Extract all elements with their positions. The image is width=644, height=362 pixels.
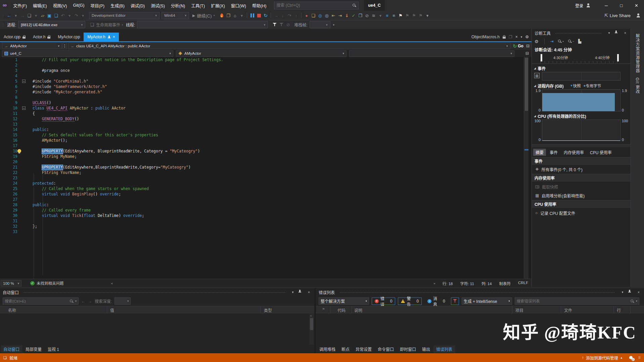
code-line[interactable]: 21 UPROPERTY(EditAnywhere,BlueprintReadW… [0, 165, 524, 170]
breakpoints-icon[interactable]: ● [303, 12, 310, 19]
step-into-icon[interactable]: ↓ [279, 12, 286, 19]
close-icon[interactable]: × [636, 289, 641, 295]
tool-window-tab[interactable]: 调用堆栈 [317, 346, 338, 353]
app-menu-icon[interactable]: ▾ [238, 12, 245, 19]
save-icon[interactable]: ▣ [46, 12, 53, 19]
code-line[interactable]: 26 virtual void BeginPlay() override; [0, 191, 524, 197]
code-line[interactable]: 6#include "GameFramework/Actor.h" [0, 84, 524, 89]
undo-icon[interactable]: ↶ [59, 12, 66, 19]
document-tab[interactable]: Actor.h × [29, 33, 54, 41]
filter-button[interactable] [451, 298, 459, 305]
take-snapshot-link[interactable]: 截取快照 [532, 183, 631, 191]
eol-indicator[interactable]: CRLF [518, 281, 528, 286]
code-line[interactable]: 22 FString YourName; [0, 170, 524, 175]
autos-search-input[interactable] [5, 299, 68, 303]
pause-button[interactable] [249, 12, 256, 19]
code-line[interactable]: 15 // Sets default values for this actor… [0, 132, 524, 138]
fold-collapse-icon[interactable]: − [22, 106, 26, 110]
type-dropdown[interactable]: AMyActor▾ [176, 50, 347, 57]
zoom-out-icon[interactable]: − [568, 39, 574, 43]
filter-flagged-icon[interactable] [278, 21, 285, 28]
lifecycle-events-icon[interactable]: ❏ [89, 21, 95, 28]
hscroll-right-arrow-icon[interactable]: ▸ [434, 281, 435, 285]
vertical-tool-tab[interactable]: 解决方案资源管理器 [635, 34, 640, 73]
nav-forward-icon[interactable]: → [19, 12, 26, 19]
bookmark-next-icon[interactable]: ⚑ [404, 12, 411, 19]
nav-prev-bookmark-icon[interactable]: ⇤ [330, 12, 337, 19]
code-line[interactable]: 13 [0, 122, 524, 127]
hscroll-left-arrow-icon[interactable]: ◂ [111, 281, 112, 285]
live-share-button[interactable]: ⇱ Live Share [599, 13, 641, 18]
code-line[interactable]: 10−class UE4_C_API AMyActor : public AAc… [0, 105, 524, 111]
thread-dropdown[interactable]: ▾ [137, 21, 268, 28]
format-icon[interactable]: ≋ [370, 12, 377, 19]
code-line[interactable]: 12 GENERATED_BODY() [0, 116, 524, 122]
bookmark-icon[interactable]: ⚑ [397, 12, 404, 19]
tool-window-tab[interactable]: 断点 [339, 346, 352, 353]
code-line[interactable]: 1 // Fill out your copyright notice in t… [0, 57, 524, 62]
redo-menu-icon[interactable]: ▾ [80, 12, 86, 19]
error-search-box[interactable]: ▾ [515, 298, 640, 305]
code-editor[interactable]: 1 // Fill out your copyright notice in t… [0, 57, 524, 279]
error-list-column-header[interactable]: ⚑ 代码 说明 项目 文件 行 [316, 306, 644, 313]
menu-item[interactable]: 文件(F) [10, 0, 30, 11]
code-line[interactable]: 25 // Called when the game starts or whe… [0, 186, 524, 191]
document-health-indicator[interactable]: ✓ 未找到相关问题 [30, 280, 64, 286]
settings-gear-icon[interactable]: ⚙ [535, 39, 539, 44]
nav-back-menu-icon[interactable]: ▾ [12, 12, 19, 19]
close-icon[interactable]: × [113, 35, 115, 39]
code-line[interactable]: 18 UPROPERTY(EditAnywhere, BlueprintRead… [0, 148, 524, 154]
code-line[interactable]: 29 // Called every frame [0, 208, 524, 213]
find-in-files-icon[interactable]: ❐ [225, 12, 232, 19]
settings-gear-icon[interactable]: ⚙ [525, 35, 529, 39]
process-dropdown[interactable]: [8812] UE4Editor.exe▾ [18, 21, 85, 28]
menu-item[interactable]: 调试(D) [128, 0, 148, 11]
save-dump-icon[interactable]: ⇓ [343, 12, 350, 19]
scope-dropdown[interactable]: → AMyActor▾ [2, 43, 62, 49]
code-line[interactable]: 8 [0, 95, 524, 100]
document-tab[interactable]: MyActor.h × [84, 33, 119, 41]
chart-options-icon[interactable]: ▙ [578, 39, 581, 44]
timeline-ruler[interactable]: 4:30分钟 4:40分钟 [532, 53, 631, 64]
autos-scrollbar[interactable] [309, 314, 314, 345]
quick-search-input[interactable] [276, 3, 352, 8]
toolbar-overflow-icon[interactable]: ▾ [333, 23, 335, 27]
menu-item[interactable]: 视图(V) [50, 0, 70, 11]
splitter-handle-icon[interactable]: ⊟ [525, 51, 529, 56]
diagnostics-tab[interactable]: CPU 使用率 [588, 149, 614, 156]
fold-collapse-icon[interactable]: − [22, 80, 26, 83]
solution-config-dropdown[interactable]: Development Editor▾ [89, 12, 159, 19]
code-line[interactable]: 17 [0, 143, 524, 148]
filter-threads-icon[interactable] [271, 21, 278, 28]
scope-spinner[interactable]: ▲▼ [62, 43, 67, 49]
record-cpu-profile-link[interactable]: ○ 记录 CPU 配置文件 [532, 209, 631, 217]
code-line[interactable]: 24protected: [0, 181, 524, 186]
member-dropdown[interactable]: ▾ [349, 50, 514, 57]
continue-button[interactable]: ▶ 继续(C) ▾ [192, 12, 215, 19]
menu-item[interactable]: 工具(T) [188, 0, 208, 11]
range-start-marker[interactable] [541, 54, 542, 61]
add-to-source-control-button[interactable]: ↑ 添加到源代码管理 ▲ [582, 355, 623, 361]
autos-body[interactable] [0, 313, 314, 345]
show-next-statement-icon[interactable]: → [273, 12, 279, 19]
feedback-icon[interactable] [636, 13, 641, 18]
code-line[interactable]: 16 AMyActor(); [0, 138, 524, 143]
code-line[interactable]: 33 [0, 229, 524, 234]
all-events-link[interactable]: ❖ 所有事件(0 个, 共 0 个) [532, 165, 631, 173]
range-end-marker[interactable] [617, 54, 619, 61]
outline-list-2-icon[interactable]: ≡ [390, 12, 397, 19]
diagnostics-folder-icon[interactable]: ❏ [310, 12, 317, 19]
code-line[interactable]: 11{ [0, 111, 524, 116]
resize-grip[interactable]: ⠿ [638, 356, 641, 360]
copy-code-icon[interactable]: ❐ [357, 12, 364, 19]
diagnostics-tab[interactable]: 事件 [547, 149, 560, 156]
messages-toggle-button[interactable]: i 消息0 [424, 298, 448, 305]
app-home-icon[interactable]: ⌂ [232, 12, 238, 19]
menu-item[interactable]: Git(G) [70, 0, 87, 11]
tabs-indicator[interactable]: 制表符 [499, 281, 511, 286]
warnings-toggle-button[interactable]: 警告0 [398, 298, 422, 305]
vertical-tool-tab[interactable]: Git 更改 [635, 78, 640, 94]
code-line[interactable]: 5−#include "CoreMinimal.h" [0, 79, 524, 84]
find-symbol-icon[interactable]: ◎ [317, 12, 323, 19]
go-button[interactable]: ↻ Go [513, 43, 523, 49]
